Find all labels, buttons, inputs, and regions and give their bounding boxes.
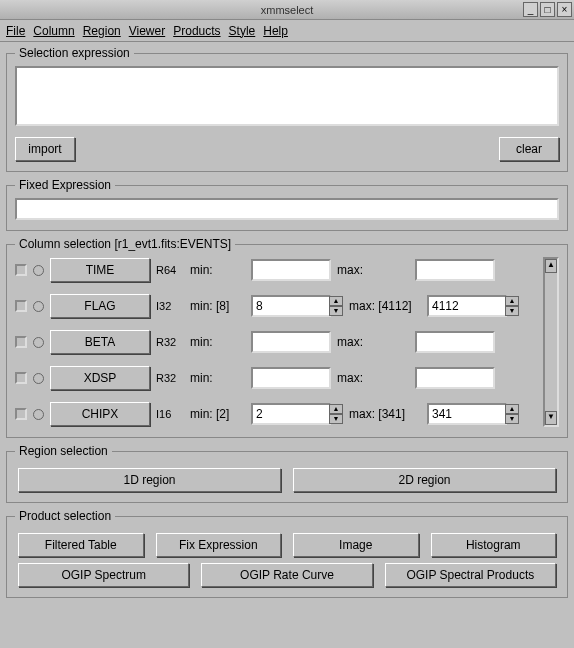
menu-file[interactable]: File <box>6 24 25 38</box>
min-input[interactable] <box>251 295 331 317</box>
column-radio[interactable] <box>33 301 44 312</box>
column-radio[interactable] <box>33 337 44 348</box>
menu-region[interactable]: Region <box>83 24 121 38</box>
max-input[interactable] <box>415 331 495 353</box>
scrollbar[interactable]: ▲ ▼ <box>543 257 559 427</box>
column-checkbox[interactable] <box>15 300 27 312</box>
max-input[interactable] <box>415 367 495 389</box>
region-1d-button[interactable]: 1D region <box>18 468 281 492</box>
selection-expression-group: Selection expression import clear <box>6 46 568 172</box>
column-rows: TIMER64min:max:FLAGI32min: [8]▲▼max: [41… <box>15 257 543 427</box>
ogip-spectral-products-button[interactable]: OGIP Spectral Products <box>385 563 556 587</box>
ogip-spectrum-button[interactable]: OGIP Spectrum <box>18 563 189 587</box>
region-legend: Region selection <box>15 444 112 458</box>
window-title: xmmselect <box>261 4 314 16</box>
spin-up-icon[interactable]: ▲ <box>329 296 343 306</box>
ogip-rate-curve-button[interactable]: OGIP Rate Curve <box>201 563 372 587</box>
column-radio[interactable] <box>33 373 44 384</box>
min-input[interactable] <box>251 331 331 353</box>
clear-button[interactable]: clear <box>499 137 559 161</box>
image-button[interactable]: Image <box>293 533 419 557</box>
titlebar: xmmselect _ □ × <box>0 0 574 20</box>
fixed-expression-group: Fixed Expression <box>6 178 568 231</box>
column-checkbox[interactable] <box>15 336 27 348</box>
min-input[interactable] <box>251 403 331 425</box>
column-row: TIMER64min:max: <box>15 257 537 283</box>
column-selection-group: Column selection [r1_evt1.fits:EVENTS] T… <box>6 237 568 438</box>
menu-help[interactable]: Help <box>263 24 288 38</box>
max-input[interactable] <box>415 259 495 281</box>
window-controls: _ □ × <box>523 2 572 17</box>
column-name-button[interactable]: CHIPX <box>50 402 150 426</box>
column-row: BETAR32min:max: <box>15 329 537 355</box>
menu-column[interactable]: Column <box>33 24 74 38</box>
min-label: min: <box>190 263 245 277</box>
column-name-button[interactable]: TIME <box>50 258 150 282</box>
column-type: I16 <box>156 408 184 420</box>
spin-down-icon[interactable]: ▼ <box>329 414 343 424</box>
fixed-legend: Fixed Expression <box>15 178 115 192</box>
selection-legend: Selection expression <box>15 46 134 60</box>
spin-up-icon[interactable]: ▲ <box>505 296 519 306</box>
column-type: R32 <box>156 336 184 348</box>
scroll-up-icon[interactable]: ▲ <box>545 259 557 273</box>
spin-down-icon[interactable]: ▼ <box>329 306 343 316</box>
menu-viewer[interactable]: Viewer <box>129 24 165 38</box>
max-label: max: [4112] <box>349 299 421 313</box>
min-label: min: <box>190 335 245 349</box>
column-checkbox[interactable] <box>15 408 27 420</box>
colsel-legend: Column selection [r1_evt1.fits:EVENTS] <box>15 237 235 251</box>
max-input[interactable] <box>427 403 507 425</box>
column-radio[interactable] <box>33 409 44 420</box>
selection-expression-input[interactable] <box>15 66 559 126</box>
spin-up-icon[interactable]: ▲ <box>329 404 343 414</box>
minimize-icon[interactable]: _ <box>523 2 538 17</box>
product-selection-group: Product selection Filtered Table Fix Exp… <box>6 509 568 598</box>
min-input[interactable] <box>251 367 331 389</box>
spin-down-icon[interactable]: ▼ <box>505 414 519 424</box>
min-label: min: <box>190 371 245 385</box>
max-label: max: <box>337 263 409 277</box>
column-checkbox[interactable] <box>15 264 27 276</box>
menu-style[interactable]: Style <box>229 24 256 38</box>
close-icon[interactable]: × <box>557 2 572 17</box>
maximize-icon[interactable]: □ <box>540 2 555 17</box>
column-row: XDSPR32min:max: <box>15 365 537 391</box>
column-name-button[interactable]: BETA <box>50 330 150 354</box>
filtered-table-button[interactable]: Filtered Table <box>18 533 144 557</box>
column-checkbox[interactable] <box>15 372 27 384</box>
region-selection-group: Region selection 1D region 2D region <box>6 444 568 503</box>
max-label: max: <box>337 335 409 349</box>
import-button[interactable]: import <box>15 137 75 161</box>
min-label: min: [2] <box>190 407 245 421</box>
column-name-button[interactable]: FLAG <box>50 294 150 318</box>
column-type: I32 <box>156 300 184 312</box>
column-row: FLAGI32min: [8]▲▼max: [4112]▲▼ <box>15 293 537 319</box>
max-label: max: <box>337 371 409 385</box>
column-type: R64 <box>156 264 184 276</box>
histogram-button[interactable]: Histogram <box>431 533 557 557</box>
column-radio[interactable] <box>33 265 44 276</box>
menu-products[interactable]: Products <box>173 24 220 38</box>
spin-up-icon[interactable]: ▲ <box>505 404 519 414</box>
min-label: min: [8] <box>190 299 245 313</box>
column-row: CHIPXI16min: [2]▲▼max: [341]▲▼ <box>15 401 537 427</box>
fix-expression-button[interactable]: Fix Expression <box>156 533 282 557</box>
spin-down-icon[interactable]: ▼ <box>505 306 519 316</box>
max-label: max: [341] <box>349 407 421 421</box>
region-2d-button[interactable]: 2D region <box>293 468 556 492</box>
column-name-button[interactable]: XDSP <box>50 366 150 390</box>
max-input[interactable] <box>427 295 507 317</box>
column-type: R32 <box>156 372 184 384</box>
product-legend: Product selection <box>15 509 115 523</box>
min-input[interactable] <box>251 259 331 281</box>
content: Selection expression import clear Fixed … <box>0 42 574 648</box>
scroll-down-icon[interactable]: ▼ <box>545 411 557 425</box>
fixed-expression-input[interactable] <box>15 198 559 220</box>
menubar: File Column Region Viewer Products Style… <box>0 20 574 42</box>
